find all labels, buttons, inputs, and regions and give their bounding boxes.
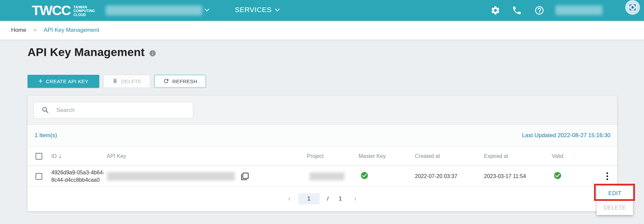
- create-api-key-button[interactable]: + CREATE API KEY: [28, 75, 99, 88]
- delete-button[interactable]: DELETE: [103, 75, 150, 88]
- plus-icon: +: [38, 77, 43, 86]
- expired-at-value: 2023-03-17 11:54: [482, 173, 549, 179]
- api-key-value-blurred: [107, 172, 235, 181]
- api-key-table-card: 1 Item(s) Last Updated 2022-08-27 15:16:…: [28, 96, 617, 211]
- search-section: [28, 96, 617, 125]
- refresh-icon: [163, 78, 169, 85]
- info-icon[interactable]: [149, 50, 156, 57]
- project-value-blurred: [310, 172, 344, 180]
- project-selector-blurred[interactable]: [106, 5, 202, 15]
- items-count: 1 Item(s): [35, 132, 57, 139]
- master-key-check-icon: [360, 175, 369, 181]
- settings-gear-icon[interactable]: [490, 5, 500, 15]
- row-checkbox[interactable]: [36, 173, 42, 180]
- toolbar: + CREATE API KEY DELETE REFRESH: [28, 75, 206, 88]
- screenshot-overlay-icon[interactable]: [625, 0, 640, 15]
- valid-check-icon: [553, 175, 562, 181]
- row-context-menu: EDIT DELETE: [597, 186, 633, 215]
- created-at-value: 2022-07-20 03:37: [413, 173, 482, 179]
- search-input[interactable]: [56, 107, 184, 114]
- current-page-input[interactable]: 1: [298, 193, 320, 205]
- copy-icon[interactable]: [241, 172, 249, 180]
- page-title: API Key Management: [28, 46, 145, 59]
- services-menu[interactable]: SERVICES: [235, 6, 279, 14]
- context-menu-edit[interactable]: EDIT: [597, 186, 633, 201]
- column-header-expired-at: Expired at: [482, 153, 549, 159]
- refresh-button[interactable]: REFRESH: [154, 75, 206, 88]
- column-header-api-key: API Key: [104, 153, 305, 159]
- breadcrumb-current-page[interactable]: API Key Management: [44, 27, 99, 34]
- phone-contact-icon[interactable]: [512, 5, 522, 15]
- logo-tagline: TAIWAN COMPUTING CLOUD: [73, 4, 95, 17]
- column-header-created-at: Created at: [413, 153, 482, 159]
- row-id-value: 4926d9a9-05a3-4b64-8c44-d4cc8bb4caa0: [51, 169, 106, 184]
- last-updated: Last Updated 2022-08-27 15:16:30: [522, 132, 610, 139]
- search-box: [34, 102, 193, 118]
- total-pages: 1: [339, 195, 342, 202]
- column-header-project: Project: [305, 153, 356, 159]
- twcc-logo[interactable]: TWCC TAIWAN COMPUTING CLOUD: [32, 3, 95, 18]
- table-row: 4926d9a9-05a3-4b64-8c44-d4cc8bb4caa0 202…: [28, 166, 617, 187]
- breadcrumb-home-link[interactable]: Home: [11, 27, 26, 34]
- breadcrumb: Home > API Key Management: [0, 21, 644, 40]
- chevron-down-icon[interactable]: [205, 7, 209, 11]
- column-header-master-key: Master Key: [356, 153, 413, 159]
- services-label: SERVICES: [235, 6, 272, 14]
- column-header-valid: Valid: [549, 153, 594, 159]
- trash-icon: [112, 78, 118, 85]
- top-navbar: TWCC TAIWAN COMPUTING CLOUD SERVICES: [0, 0, 644, 21]
- next-page-icon[interactable]: ›: [352, 194, 359, 203]
- page-separator: /: [327, 195, 329, 202]
- breadcrumb-separator: >: [33, 27, 37, 34]
- table-header-row: ID ↓ API Key Project Master Key Created …: [28, 147, 617, 166]
- pagination: ‹ 1 / 1 ›: [28, 187, 617, 211]
- context-menu-delete: DELETE: [597, 201, 633, 215]
- row-actions-kebab-icon[interactable]: [603, 171, 611, 181]
- search-icon: [41, 106, 50, 114]
- chevron-down-icon: [275, 7, 280, 11]
- sort-desc-icon: ↓: [59, 153, 61, 159]
- prev-page-icon[interactable]: ‹: [286, 194, 293, 203]
- help-icon[interactable]: [534, 5, 544, 15]
- column-header-id[interactable]: ID ↓: [49, 153, 104, 159]
- logo-brand-text: TWCC: [32, 3, 70, 18]
- user-name-blurred[interactable]: [555, 5, 602, 15]
- select-all-checkbox[interactable]: [36, 153, 42, 160]
